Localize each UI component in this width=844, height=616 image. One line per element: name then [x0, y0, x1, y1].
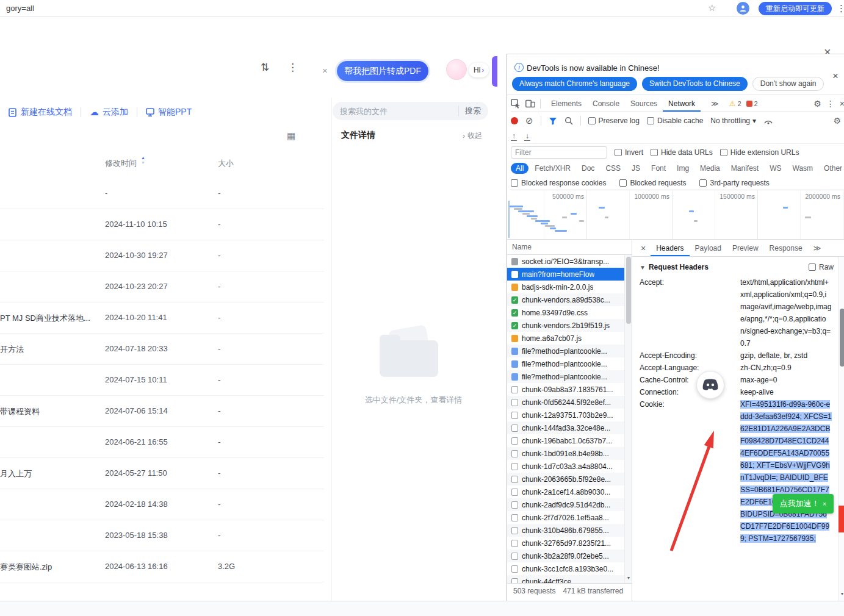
match-chrome-language-button[interactable]: Always match Chrome's language	[512, 77, 637, 91]
request-filter-chip[interactable]: Other	[819, 163, 844, 174]
record-network-log-button[interactable]	[511, 117, 518, 124]
checkbox-box[interactable]	[651, 149, 658, 156]
request-filter-chip[interactable]: Manifest	[726, 163, 763, 174]
checkbox-box[interactable]	[647, 117, 654, 124]
checkbox-box[interactable]	[809, 263, 816, 271]
disable-cache-checkbox[interactable]: Disable cache	[647, 116, 703, 125]
smart-ppt-button[interactable]: 智能PPT	[146, 107, 192, 118]
request-headers-section[interactable]: ▼ Request Headers Raw	[640, 263, 834, 271]
network-request-row[interactable]: ✓chunk-vendors.2b19f519.js	[507, 319, 624, 332]
blocked-filter-checkbox[interactable]: Blocked requests	[619, 179, 686, 187]
device-toolbar-icon[interactable]	[525, 99, 535, 108]
devtools-close-icon[interactable]: ×	[840, 99, 844, 109]
checkbox-box[interactable]	[511, 179, 518, 187]
console-warnings-badge[interactable]: ⚠ 2	[729, 99, 741, 108]
file-row[interactable]: 2024-10-23 20:27-	[0, 271, 324, 303]
network-request-row[interactable]: chunk-196babc1.0c637b7...	[507, 434, 624, 447]
request-filter-chip[interactable]: WS	[765, 163, 786, 174]
throttling-dropdown[interactable]: No throttling ▾	[710, 116, 756, 125]
network-request-row[interactable]: socket.io/?EIO=3&transp...	[507, 255, 624, 268]
clear-network-log-icon[interactable]: ⊘	[525, 115, 533, 126]
scrollbar-thumb[interactable]	[840, 309, 844, 367]
network-request-row[interactable]: chunk-09ab8a37.1835761...	[507, 383, 624, 396]
network-request-row[interactable]: chunk-310b486b.679855...	[507, 524, 624, 537]
banner-close-icon[interactable]: ×	[832, 70, 839, 82]
timeline-overview[interactable]: 500000 ms1000000 ms1500000 ms2000000 ms	[507, 191, 844, 240]
devtools-tab-network[interactable]: Network	[663, 96, 701, 112]
checkbox-box[interactable]	[720, 149, 727, 156]
search-button[interactable]: 搜索	[458, 106, 481, 116]
request-filter-chip[interactable]: JS	[627, 163, 645, 174]
request-filter-chip[interactable]: Font	[646, 163, 671, 174]
more-tabs-icon[interactable]: ≫	[808, 240, 827, 256]
network-request-row[interactable]: file?method=plantcookie...	[507, 345, 624, 357]
checkbox-box[interactable]	[699, 179, 707, 187]
network-request-row[interactable]: chunk-2a1cef14.a8b9030...	[507, 485, 624, 498]
network-request-row[interactable]: chunk-2063665b.5f92e8e...	[507, 473, 624, 485]
file-row[interactable]: 带课程资料2024-07-06 15:14-	[0, 396, 324, 427]
network-request-row[interactable]: chunk-1bd091e8.b4e98b...	[507, 447, 624, 460]
network-conditions-icon[interactable]	[763, 117, 773, 124]
checkbox-box[interactable]	[619, 179, 627, 187]
raw-toggle-checkbox[interactable]: Raw	[809, 263, 834, 271]
preserve-log-checkbox[interactable]: Preserve log	[588, 116, 640, 125]
sort-order-icon[interactable]: ⇅	[261, 61, 269, 74]
file-row[interactable]: PT MJ SD商业技术落地...2024-10-20 11:41-	[0, 303, 324, 334]
checkbox-box[interactable]	[615, 149, 622, 156]
request-detail-tab-response[interactable]: Response	[764, 240, 808, 256]
accelerate-button[interactable]: 点我加速！ ×	[773, 494, 834, 514]
network-filter-input[interactable]	[511, 146, 607, 159]
scroll-down-icon[interactable]: ▼	[839, 589, 844, 599]
request-list-scrollbar[interactable]: ▼	[624, 255, 632, 583]
profile-avatar[interactable]	[737, 2, 749, 15]
hide-extension-urls-checkbox[interactable]: Hide extension URLs	[720, 148, 799, 157]
network-request-row[interactable]: chunk-0fd56244.5f92e8ef...	[507, 396, 624, 409]
disclosure-triangle-icon[interactable]: ▼	[640, 264, 646, 271]
column-header-modified-time[interactable]: 修改时间	[105, 158, 137, 169]
hide-data-urls-checkbox[interactable]: Hide data URLs	[651, 148, 713, 157]
devtools-tab-elements[interactable]: Elements	[546, 96, 587, 112]
file-row[interactable]: 2024-11-10 10:15-	[0, 209, 324, 240]
side-float-handle[interactable]	[492, 56, 497, 87]
close-details-icon[interactable]: ×	[636, 243, 651, 253]
cloud-add-button[interactable]: ☁ 云添加	[90, 107, 128, 118]
network-request-row[interactable]: chunk-44cff3ce...	[507, 575, 624, 583]
file-row[interactable]: 赛类赛图站.zip2024-06-13 16:163.2G	[0, 551, 324, 582]
network-request-row[interactable]: main?from=homeFlow	[507, 268, 624, 281]
blocked-filter-checkbox[interactable]: Blocked response cookies	[511, 179, 606, 187]
network-settings-gear-icon[interactable]: ⚙	[833, 116, 841, 126]
network-request-row[interactable]: chunk-2f7d7026.1ef5aa8...	[507, 511, 624, 524]
request-filter-chip[interactable]: Doc	[577, 163, 599, 174]
request-detail-tab-preview[interactable]: Preview	[727, 240, 764, 256]
file-row[interactable]: 开方法2024-07-18 20:33-	[0, 334, 324, 365]
checkbox-box[interactable]	[588, 117, 596, 124]
collapse-details-button[interactable]: › 收起	[463, 131, 482, 141]
scrollbar-thumb[interactable]	[626, 257, 631, 324]
assistant-avatar[interactable]	[446, 59, 467, 80]
file-row[interactable]: --	[0, 178, 324, 209]
file-row[interactable]: 2024-07-15 10:11-	[0, 365, 324, 396]
close-icon[interactable]: ×	[823, 500, 826, 507]
network-request-row[interactable]: chunk-1d7c03a3.a4a8804...	[507, 460, 624, 473]
network-request-row[interactable]: ✓home.93497d9e.css	[507, 306, 624, 319]
import-har-icon[interactable]: ↑	[511, 132, 517, 141]
network-request-row[interactable]: ✓chunk-vendors.a89d538c...	[507, 293, 624, 306]
network-request-row[interactable]: chunk-32765d97.8235f21...	[507, 537, 624, 550]
issues-badge[interactable]: 2	[746, 100, 758, 107]
invert-checkbox[interactable]: Invert	[615, 148, 643, 157]
file-row[interactable]: 月入上万2024-05-27 11:50-	[0, 458, 324, 489]
floating-assistant-bubble[interactable]	[696, 371, 724, 399]
assistant-pill-dismiss-icon[interactable]: ×	[322, 65, 328, 76]
view-toggle-grid-icon[interactable]: ▦	[287, 131, 295, 141]
relaunch-to-update-button[interactable]: 重新启动即可更新	[759, 2, 832, 15]
address-text[interactable]: gory=all	[6, 4, 34, 13]
column-header-size[interactable]: 大小	[218, 158, 234, 169]
devtools-menu-icon[interactable]: ⋮	[826, 99, 835, 109]
export-har-icon[interactable]: ↓	[524, 132, 530, 141]
convert-image-to-pdf-button[interactable]: 帮我把图片转成PDF	[337, 61, 428, 81]
sort-arrows-icon[interactable]: ▲ ▼	[141, 156, 145, 165]
file-row[interactable]: 2024-06-21 16:55-	[0, 427, 324, 458]
details-scrollbar[interactable]: ▼	[838, 257, 844, 601]
network-request-row[interactable]: file?method=plantcookie...	[507, 357, 624, 370]
request-filter-chip[interactable]: All	[511, 163, 528, 174]
